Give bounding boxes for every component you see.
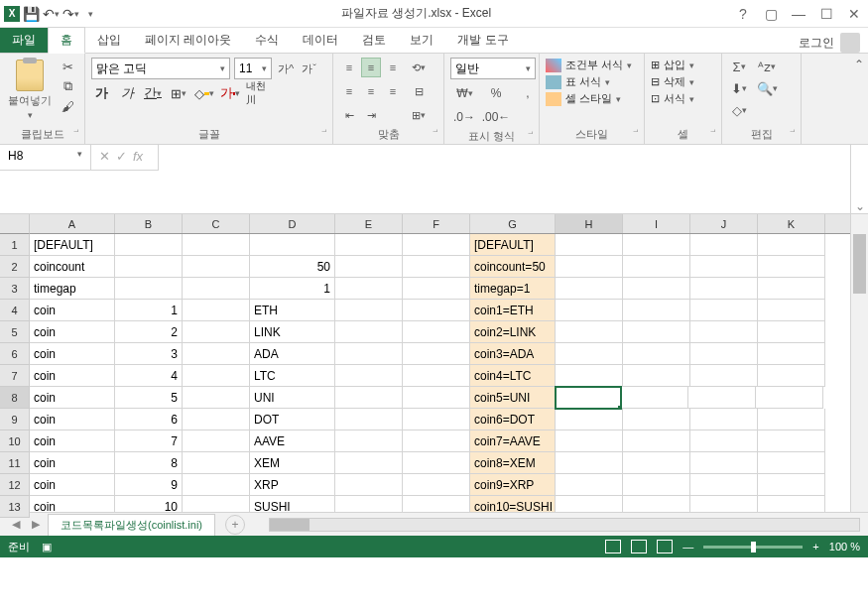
cell-B5[interactable]: 2: [115, 321, 183, 343]
cell-I5[interactable]: [623, 321, 690, 343]
cell-A8[interactable]: coin: [30, 387, 115, 409]
tab-review[interactable]: 검토: [350, 28, 398, 53]
grid[interactable]: [DEFAULT][DEFAULT]coincount50coincount=5…: [30, 234, 850, 512]
align-bottom-icon[interactable]: ≡: [383, 58, 403, 77]
cell-J9[interactable]: [690, 409, 758, 430]
cell-K2[interactable]: [758, 256, 825, 278]
indent-increase-icon[interactable]: ⇥: [361, 105, 381, 125]
column-header-D[interactable]: D: [250, 214, 335, 233]
tab-home[interactable]: 홈: [48, 27, 85, 54]
cell-G1[interactable]: [DEFAULT]: [470, 234, 556, 256]
align-center-icon[interactable]: ≡: [361, 81, 381, 101]
cell-K1[interactable]: [758, 234, 825, 256]
row-header-2[interactable]: 2: [0, 256, 30, 278]
column-header-C[interactable]: C: [183, 214, 250, 233]
italic-button[interactable]: 가: [117, 83, 137, 103]
maximize-icon[interactable]: ☐: [816, 4, 836, 24]
view-normal-icon[interactable]: [605, 540, 621, 553]
cell-E1[interactable]: [335, 234, 403, 256]
cell-A12[interactable]: coin: [30, 474, 115, 496]
cell-I2[interactable]: [623, 256, 690, 278]
font-size-combo[interactable]: 11▾: [234, 58, 272, 79]
cell-H3[interactable]: [556, 278, 623, 300]
login-link[interactable]: 로그인: [799, 35, 834, 52]
cell-D4[interactable]: ETH: [250, 300, 335, 321]
tab-file[interactable]: 파일: [0, 28, 48, 53]
cell-J4[interactable]: [690, 300, 758, 321]
cell-I8[interactable]: [621, 387, 688, 409]
cell-J3[interactable]: [690, 278, 758, 300]
cell-C3[interactable]: [183, 278, 250, 300]
cell-G6[interactable]: coin3=ADA: [470, 343, 556, 365]
cell-F11[interactable]: [403, 452, 470, 474]
cell-H1[interactable]: [556, 234, 623, 256]
cell-F10[interactable]: [403, 430, 470, 452]
tab-pagelayout[interactable]: 페이지 레이아웃: [133, 28, 243, 53]
cell-C5[interactable]: [183, 321, 250, 343]
column-header-B[interactable]: B: [115, 214, 183, 233]
cell-D9[interactable]: DOT: [250, 409, 335, 430]
row-header-4[interactable]: 4: [0, 300, 30, 321]
accounting-icon[interactable]: ₩▾: [450, 83, 478, 103]
cell-H10[interactable]: [556, 430, 623, 452]
cell-H2[interactable]: [556, 256, 623, 278]
cell-H11[interactable]: [556, 452, 623, 474]
cell-H12[interactable]: [556, 474, 623, 496]
cell-C4[interactable]: [183, 300, 250, 321]
row-header-13[interactable]: 13: [0, 496, 30, 518]
cell-G2[interactable]: coincount=50: [470, 256, 556, 278]
cell-H13[interactable]: [556, 496, 623, 512]
delete-cells-button[interactable]: ⊟ 삭제▾: [651, 74, 694, 89]
cell-H7[interactable]: [556, 365, 623, 387]
cell-K6[interactable]: [758, 343, 825, 365]
merge-icon[interactable]: ⊞▾: [409, 105, 429, 125]
cell-K4[interactable]: [758, 300, 825, 321]
close-icon[interactable]: ✕: [844, 4, 864, 24]
tab-formulas[interactable]: 수식: [243, 28, 291, 53]
conditional-format-button[interactable]: 조건부 서식▾: [546, 58, 632, 72]
cell-B10[interactable]: 7: [115, 430, 183, 452]
cell-D3[interactable]: 1: [250, 278, 335, 300]
cell-B2[interactable]: [115, 256, 183, 278]
cell-B3[interactable]: [115, 278, 183, 300]
cell-I3[interactable]: [623, 278, 690, 300]
cell-E3[interactable]: [335, 278, 403, 300]
cell-K13[interactable]: [758, 496, 825, 512]
cell-H6[interactable]: [556, 343, 623, 365]
cell-E9[interactable]: [335, 409, 403, 430]
cell-B9[interactable]: 6: [115, 409, 183, 430]
cell-F3[interactable]: [403, 278, 470, 300]
collapse-ribbon-icon[interactable]: ⌃: [854, 58, 864, 71]
cell-I9[interactable]: [623, 409, 690, 430]
cell-G9[interactable]: coin6=DOT: [470, 409, 556, 430]
cell-C11[interactable]: [183, 452, 250, 474]
cell-E8[interactable]: [335, 387, 403, 409]
cell-G4[interactable]: coin1=ETH: [470, 300, 556, 321]
help-icon[interactable]: ?: [733, 4, 753, 24]
cell-J8[interactable]: [688, 387, 756, 409]
cell-G3[interactable]: timegap=1: [470, 278, 556, 300]
column-header-F[interactable]: F: [403, 214, 470, 233]
cell-I4[interactable]: [623, 300, 690, 321]
cell-C2[interactable]: [183, 256, 250, 278]
cell-F9[interactable]: [403, 409, 470, 430]
align-left-icon[interactable]: ≡: [339, 81, 359, 101]
formula-input[interactable]: [159, 145, 850, 213]
zoom-out-icon[interactable]: —: [682, 541, 693, 553]
formula-expand-icon[interactable]: ⌄: [850, 145, 868, 213]
cell-K9[interactable]: [758, 409, 825, 430]
insert-cells-button[interactable]: ⊞ 삽입▾: [651, 58, 694, 72]
cell-F4[interactable]: [403, 300, 470, 321]
horizontal-scrollbar[interactable]: [269, 518, 860, 532]
cell-D8[interactable]: UNI: [250, 387, 335, 409]
cell-B6[interactable]: 3: [115, 343, 183, 365]
cell-K12[interactable]: [758, 474, 825, 496]
zoom-in-icon[interactable]: +: [812, 541, 818, 553]
zoom-level[interactable]: 100 %: [829, 541, 860, 553]
cell-D1[interactable]: [250, 234, 335, 256]
cell-H4[interactable]: [556, 300, 623, 321]
cell-B12[interactable]: 9: [115, 474, 183, 496]
cell-H5[interactable]: [556, 321, 623, 343]
cut-icon[interactable]: ✂: [58, 58, 77, 75]
cell-J7[interactable]: [690, 365, 758, 387]
